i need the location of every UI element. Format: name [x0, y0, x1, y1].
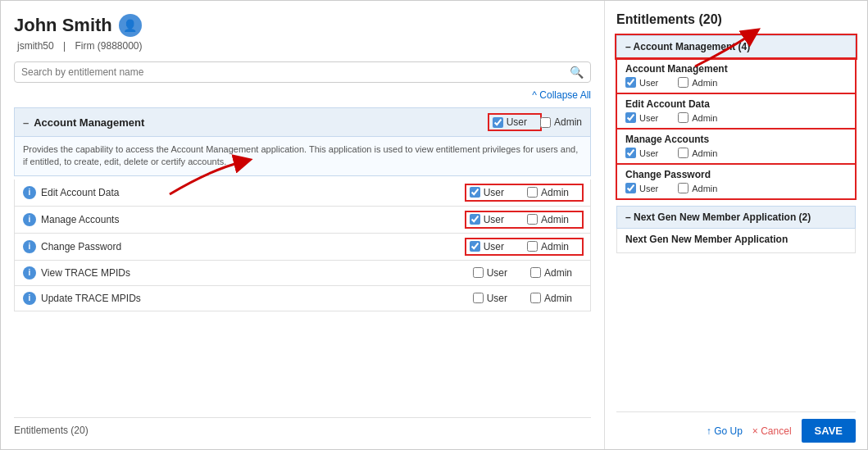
username: jsmith50 [17, 40, 54, 52]
info-icon: i [23, 240, 36, 253]
section-admin-checkbox[interactable] [540, 117, 551, 128]
user-checkbox-highlight: User [489, 115, 540, 130]
update-trace-user-text: User [487, 293, 507, 304]
change-password-admin-text: Admin [541, 241, 569, 252]
go-up-button[interactable]: ↑ Go Up [707, 425, 743, 437]
right-ead-admin-checkbox[interactable] [678, 112, 688, 123]
edit-account-user-text: User [484, 187, 504, 198]
manage-accounts-user-checkbox[interactable] [470, 214, 480, 225]
change-password-user-checkbox[interactable] [470, 241, 480, 252]
right-ead-admin-text: Admin [692, 113, 717, 123]
right-ead-user-checkbox[interactable] [625, 112, 636, 123]
right-section-account-management: – Account Management (4) Account Managem… [616, 35, 856, 199]
right-ma-admin-checkbox[interactable] [678, 148, 688, 158]
update-trace-user-label[interactable]: User [473, 293, 507, 304]
right-am-admin-checkbox[interactable] [678, 77, 688, 88]
right-title: Entitlements (20) [616, 12, 856, 27]
right-item-name: Next Gen New Member Application [625, 234, 847, 245]
view-trace-admin-label[interactable]: Admin [530, 267, 572, 279]
edit-account-checkboxes: User Admin [466, 185, 582, 200]
right-item-checks: User Admin [625, 148, 847, 158]
right-item-name: Manage Accounts [625, 134, 847, 145]
right-item-name: Edit Account Data [625, 98, 847, 110]
right-am-user-checkbox[interactable] [625, 77, 636, 88]
view-trace-user-checkbox[interactable] [473, 267, 484, 278]
save-button[interactable]: SAVE [802, 419, 856, 443]
search-input[interactable] [21, 66, 570, 78]
right-cp-admin-checkbox[interactable] [678, 183, 688, 193]
left-panel-inner: John Smith 👤 jsmith50 | Firm (9888000) 🔍… [14, 14, 591, 436]
section-user-text: User [507, 116, 527, 128]
right-cp-admin-label[interactable]: Admin [678, 183, 717, 193]
section-user-label[interactable]: User [493, 116, 527, 128]
collapse-all-row: ^ Collapse All [14, 89, 591, 101]
update-trace-user-checkbox[interactable] [473, 293, 484, 303]
edit-account-user-checkbox[interactable] [470, 187, 480, 198]
search-icon: 🔍 [570, 66, 584, 79]
section-minus: – [23, 116, 29, 129]
right-section-label: – Account Management (4) [625, 41, 750, 52]
firm: Firm (9888000) [75, 40, 142, 52]
user-sub: jsmith50 | Firm (9888000) [14, 40, 591, 52]
right-item-name: Change Password [625, 169, 847, 180]
right-cp-user-label[interactable]: User [625, 183, 658, 193]
manage-accounts-admin-label[interactable]: Admin [527, 214, 569, 225]
user-name: John Smith [14, 15, 112, 36]
right-section-header-account-management: – Account Management (4) [616, 35, 856, 58]
right-ead-user-label[interactable]: User [625, 112, 658, 123]
table-row: i Update TRACE MPIDs User Admin [14, 286, 591, 311]
edit-account-admin-checkbox[interactable] [527, 187, 538, 198]
search-bar[interactable]: 🔍 [14, 61, 591, 83]
right-item-edit-account-data: Edit Account Data User Admin [616, 93, 856, 129]
user-header: John Smith 👤 [14, 14, 591, 37]
section-user-checkbox[interactable] [493, 117, 503, 128]
left-panel: John Smith 👤 jsmith50 | Firm (9888000) 🔍… [1, 1, 605, 449]
right-am-user-text: User [639, 78, 658, 88]
right-item-change-password: Change Password User Admin [616, 164, 856, 199]
entitlement-name: Update TRACE MPIDs [41, 293, 473, 304]
right-cp-admin-text: Admin [692, 184, 717, 193]
right-section-header-next-gen: – Next Gen New Member Application (2) [616, 206, 856, 229]
update-trace-checkboxes: User Admin [473, 293, 582, 304]
change-password-checkboxes: User Admin [466, 239, 582, 254]
entitlement-name: Manage Accounts [41, 214, 466, 225]
bottom-bar: Entitlements (20) [14, 417, 591, 436]
change-password-admin-checkbox[interactable] [527, 241, 538, 252]
view-trace-user-label[interactable]: User [473, 267, 507, 279]
info-icon: i [23, 266, 36, 280]
change-password-user-label[interactable]: User [470, 241, 504, 252]
right-am-user-label[interactable]: User [625, 77, 658, 88]
edit-account-admin-label[interactable]: Admin [527, 187, 569, 198]
collapse-all-button[interactable]: ^ Collapse All [532, 89, 591, 101]
right-ma-user-label[interactable]: User [625, 148, 658, 158]
manage-accounts-user-label[interactable]: User [470, 214, 504, 225]
section-admin-label[interactable]: Admin [540, 116, 582, 128]
update-trace-admin-label[interactable]: Admin [530, 293, 572, 304]
manage-accounts-admin-checkbox[interactable] [527, 214, 538, 225]
section-admin-text: Admin [554, 116, 582, 128]
cancel-button[interactable]: × Cancel [752, 425, 792, 437]
right-item-manage-accounts: Manage Accounts User Admin [616, 129, 856, 164]
section-header: – Account Management User Admin [14, 107, 591, 137]
manage-accounts-checkboxes: User Admin [466, 212, 582, 227]
info-icon: i [23, 213, 36, 226]
edit-account-user-label[interactable]: User [470, 187, 504, 198]
right-section-next-gen: – Next Gen New Member Application (2) Ne… [616, 206, 856, 253]
change-password-admin-label[interactable]: Admin [527, 241, 569, 252]
right-ead-admin-label[interactable]: Admin [678, 112, 717, 123]
right-bottom-bar: ↑ Go Up × Cancel SAVE [616, 411, 856, 449]
right-ead-user-text: User [639, 113, 658, 123]
section-description: Provides the capability to access the Ac… [14, 137, 591, 176]
manage-accounts-admin-text: Admin [541, 214, 569, 225]
change-password-user-text: User [484, 241, 504, 252]
right-item-next-gen: Next Gen New Member Application [616, 229, 856, 253]
right-ma-admin-label[interactable]: Admin [678, 148, 717, 158]
right-am-admin-label[interactable]: Admin [678, 77, 717, 88]
right-ma-user-checkbox[interactable] [625, 148, 636, 158]
right-cp-user-checkbox[interactable] [625, 183, 636, 193]
right-cp-user-text: User [639, 184, 658, 193]
view-trace-admin-checkbox[interactable] [530, 267, 541, 278]
update-trace-admin-checkbox[interactable] [530, 293, 541, 303]
view-trace-admin-text: Admin [544, 267, 572, 279]
entitlement-list: i Edit Account Data User Admin [14, 180, 591, 311]
